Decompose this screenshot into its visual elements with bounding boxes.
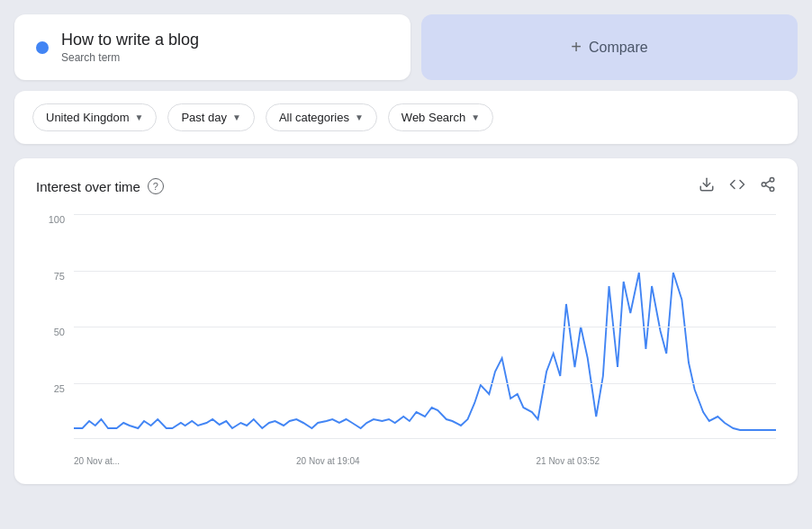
filter-timerange-label: Past day — [181, 111, 227, 124]
top-row: How to write a blog Search term + Compar… — [14, 14, 798, 80]
download-icon[interactable] — [699, 176, 715, 196]
compare-label: Compare — [589, 40, 648, 56]
filter-category-label: All categories — [279, 111, 349, 124]
filter-search-type-label: Web Search — [401, 111, 465, 124]
filter-row: United Kingdom ▼ Past day ▼ All categori… — [14, 91, 798, 144]
plus-icon: + — [571, 37, 582, 58]
chart-area: 100 75 50 25 20 Nov — [36, 214, 776, 466]
chevron-down-icon: ▼ — [471, 112, 480, 122]
chart-card: Interest over time ? — [14, 158, 798, 484]
filter-search-type[interactable]: Web Search ▼ — [388, 103, 493, 131]
compare-card[interactable]: + Compare — [421, 14, 798, 80]
y-axis: 100 75 50 25 — [36, 214, 72, 439]
chart-title: Interest over time — [36, 179, 140, 194]
grid-line-50 — [74, 327, 776, 327]
filter-region[interactable]: United Kingdom ▼ — [32, 103, 157, 131]
search-term-text: How to write a blog Search term — [61, 31, 199, 64]
grid-line-100 — [74, 214, 776, 215]
search-term-dot — [36, 41, 49, 54]
chevron-down-icon: ▼ — [355, 112, 364, 122]
chart-inner — [74, 214, 776, 439]
chart-title-group: Interest over time ? — [36, 178, 164, 194]
chevron-down-icon: ▼ — [232, 112, 241, 122]
grid-lines — [74, 214, 776, 439]
y-label-25: 25 — [36, 383, 72, 394]
search-term-title: How to write a blog — [61, 31, 199, 49]
svg-line-5 — [765, 181, 770, 184]
x-label-1: 20 Nov at... — [74, 456, 120, 466]
embed-icon[interactable] — [729, 176, 745, 196]
search-term-card: How to write a blog Search term — [14, 14, 411, 80]
x-label-3: 21 Nov at 03:52 — [537, 456, 600, 466]
filter-category[interactable]: All categories ▼ — [266, 103, 377, 131]
y-label-100: 100 — [36, 214, 72, 225]
search-term-sublabel: Search term — [61, 51, 199, 64]
grid-line-25 — [74, 383, 776, 384]
share-icon[interactable] — [760, 176, 776, 196]
chart-header: Interest over time ? — [36, 176, 776, 196]
filter-timerange[interactable]: Past day ▼ — [167, 103, 255, 131]
x-labels: 20 Nov at... 20 Nov at 19:04 21 Nov at 0… — [74, 439, 776, 466]
svg-line-4 — [765, 185, 770, 188]
x-label-2: 20 Nov at 19:04 — [296, 456, 360, 466]
filter-region-label: United Kingdom — [46, 111, 130, 124]
chart-actions — [699, 176, 776, 196]
help-icon[interactable]: ? — [148, 178, 164, 194]
y-label-50: 50 — [36, 327, 72, 337]
chevron-down-icon: ▼ — [135, 112, 144, 122]
grid-line-75 — [74, 271, 776, 272]
y-label-75: 75 — [36, 271, 72, 282]
